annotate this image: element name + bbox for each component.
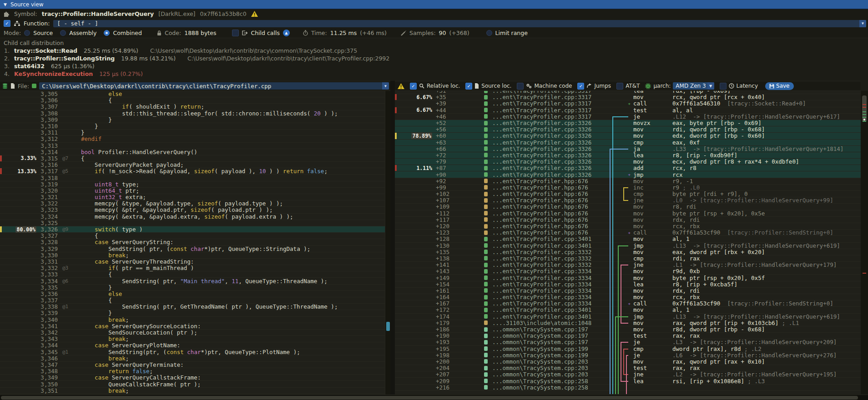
- file-select[interactable]: C:\Users\wolf\Desktop\darkrl\contrib\tra…: [39, 82, 389, 90]
- machine-code-label[interactable]: Machine code: [534, 83, 572, 89]
- child-call-row[interactable]: 2.tracy::Profiler::SendLongString19.88 m…: [0, 55, 868, 62]
- child-call-row[interactable]: 3.stat64i32625 µs (1.36%): [0, 62, 868, 70]
- asm-row[interactable]: +186...ommon\TracySystem.cpp:197movr8d, …: [395, 326, 861, 333]
- relative-loc-label[interactable]: Relative loc.: [427, 83, 460, 89]
- child-calls-label[interactable]: Child calls: [251, 30, 280, 36]
- asm-row[interactable]: +52...ent\TracyProfiler.cpp:3326movzxeax…: [395, 120, 861, 126]
- jumps-checkbox[interactable]: [577, 83, 584, 90]
- source-row[interactable]: 3,333 {: [0, 271, 385, 278]
- jumps-label[interactable]: Jumps: [594, 83, 611, 89]
- source-row[interactable]: 3,325: [0, 220, 385, 226]
- asm-row[interactable]: +161...ent\TracyProfiler.cpp:3334movrdx,…: [395, 288, 861, 294]
- asm-row[interactable]: +90...ent\TracyProfiler.cpp:3326+jmprcx: [395, 171, 861, 178]
- panel-divider[interactable]: [390, 81, 395, 395]
- source-row[interactable]: 3,336 else: [0, 291, 385, 297]
- source-row[interactable]: 3,332@3 if( ptr == m_mainThread ): [0, 265, 385, 271]
- asm-row[interactable]: +109...ent\TracyProfiler.hpp:676movr8, r…: [395, 204, 861, 210]
- source-row[interactable]: 3,344 case ServerQueryPlotName:: [0, 342, 385, 349]
- asm-row[interactable]: +154...ent\TracyProfiler.cpp:3334lear8, …: [395, 281, 861, 288]
- asm-row[interactable]: +120...ent\TracyProfiler.hpp:676movrcx, …: [395, 223, 861, 230]
- source-row[interactable]: 3,322 memcpy( &type, &payload.type, size…: [0, 200, 385, 207]
- asm-row[interactable]: +200...ommon\TracySystem.cpp:203movrax, …: [395, 359, 861, 365]
- source-row[interactable]: 13.33%3,317@5 if( !m_sock->Read( &payloa…: [0, 168, 385, 175]
- window-titlebar[interactable]: ▼ Source view: [0, 0, 868, 9]
- source-row[interactable]: 3,309 }: [0, 117, 385, 123]
- source-row[interactable]: 3,334@6 SendString( ptr, "Main thread", …: [0, 278, 385, 284]
- source-loc-checkbox[interactable]: [465, 83, 472, 90]
- source-vertical-scrollbar[interactable]: [385, 91, 390, 395]
- assembly-scrollbar-thumb[interactable]: [862, 95, 867, 122]
- machine-code-checkbox[interactable]: [517, 83, 524, 90]
- source-row[interactable]: 3,313: [0, 143, 385, 149]
- asm-row[interactable]: +112...ent\TracyProfiler.hpp:676movbyte …: [395, 210, 861, 217]
- source-scrollbar-thumb[interactable]: [386, 322, 390, 331]
- latency-label[interactable]: Latency: [737, 83, 758, 89]
- source-row[interactable]: 3,312#endif: [0, 136, 385, 142]
- function-checkbox[interactable]: [4, 20, 10, 27]
- source-row[interactable]: 3,340 break;: [0, 317, 385, 323]
- source-row[interactable]: 3,331 case ServerQueryThreadString:: [0, 259, 385, 265]
- source-row[interactable]: 3,320 uint64_t ptr;: [0, 188, 385, 194]
- asm-row[interactable]: 6.67%+44...ent\TracyProfiler.cpp:3317tes…: [395, 107, 861, 114]
- source-row[interactable]: 3,307 if( shouldExit ) return;: [0, 104, 385, 110]
- source-row[interactable]: 3,348 return false;: [0, 368, 385, 375]
- asm-row[interactable]: 6.67%+35...ent\TracyProfiler.cpp:3317mov…: [395, 94, 861, 100]
- att-checkbox[interactable]: [616, 83, 623, 90]
- source-row[interactable]: 3,318: [0, 175, 385, 181]
- source-row[interactable]: 3.33%3,315@7{: [0, 155, 385, 162]
- asm-row[interactable]: +102...ent\TracyProfiler.hpp:676cmpbyte …: [395, 191, 861, 197]
- asm-row[interactable]: +167...ent\TracyProfiler.cpp:3334+call0x…: [395, 300, 861, 307]
- latency-checkbox[interactable]: [720, 83, 727, 90]
- asm-row[interactable]: +138...ent\TracyProfiler.cpp:3332cmprdi,…: [395, 255, 861, 262]
- source-row[interactable]: 3,327 {: [0, 233, 385, 239]
- source-row[interactable]: 3,311}: [0, 130, 385, 136]
- source-row[interactable]: 3,339 }: [0, 310, 385, 316]
- mode-option-combined[interactable]: Combined: [113, 30, 142, 36]
- source-row[interactable]: 3,347 case ServerQueryTerminate:: [0, 362, 385, 368]
- collapse-child-calls-button[interactable]: ▲: [283, 30, 290, 36]
- source-row[interactable]: 3,350 QueueCallstackFrame( ptr );: [0, 381, 385, 387]
- assembly-vertical-scrollbar[interactable]: [861, 91, 868, 395]
- asm-row[interactable]: +216...ommon\TracySystem.cpp:258: [395, 385, 861, 391]
- asm-row[interactable]: +190...ommon\TracySystem.cpp:197testrax,…: [395, 333, 861, 339]
- source-row[interactable]: 3,338@1 SendString( ptr, GetThreadName( …: [0, 304, 385, 310]
- child-calls-checkbox[interactable]: [232, 30, 239, 36]
- asm-row[interactable]: +164...ent\TracyProfiler.cpp:3334movrcx,…: [395, 294, 861, 300]
- chevron-down-icon[interactable]: ▼: [382, 82, 389, 90]
- source-row[interactable]: 3,321 uint32_t extra;: [0, 194, 385, 200]
- save-button[interactable]: Save: [765, 82, 793, 90]
- limit-range-checkbox[interactable]: [486, 30, 492, 36]
- source-row[interactable]: 3,308 std::this_thread::sleep_for( std::…: [0, 110, 385, 117]
- asm-row[interactable]: +128...ent\TracyProfiler.cpp:3401moval, …: [395, 236, 861, 242]
- source-row[interactable]: 3,305 else: [0, 91, 385, 97]
- assembly-panel[interactable]: +31...ent\TracyProfiler.cpp:3317leardx, …: [395, 91, 861, 394]
- source-row[interactable]: 80.00%3,326@9 switch( type ): [0, 226, 385, 233]
- asm-row[interactable]: +79...ent\TracyProfiler.cpp:3326movecx, …: [395, 159, 861, 165]
- child-call-row[interactable]: 4.KeSynchronizeExecution125 µs (0.27%): [0, 70, 868, 78]
- source-row[interactable]: 3,335 }: [0, 285, 385, 291]
- mode-radio-combined[interactable]: [104, 30, 110, 36]
- asm-row[interactable]: +92...ent\TracyProfiler.hpp:676movr9, -1: [395, 178, 861, 185]
- source-row[interactable]: 3,349 case ServerQueryCallstackFrame:: [0, 375, 385, 381]
- source-row[interactable]: 3,310 }: [0, 123, 385, 130]
- source-row[interactable]: 3,319 uint8_t type;: [0, 181, 385, 188]
- asm-row[interactable]: 1.11%+87...ent\TracyProfiler.cpp:3326add…: [395, 165, 861, 171]
- uarch-select[interactable]: AMD Zen 3 ▼: [673, 82, 714, 90]
- chevron-down-icon[interactable]: ▼: [859, 20, 866, 27]
- source-row[interactable]: 3,314bool Profiler::HandleServerQuery(): [0, 149, 385, 155]
- asm-row[interactable]: +56...ent\TracyProfiler.cpp:3326movrdi, …: [395, 126, 861, 133]
- source-row[interactable]: 3,306 {: [0, 97, 385, 104]
- source-code-panel[interactable]: 3,305 else3,306 {3,307 if( shouldExit ) …: [0, 91, 385, 394]
- asm-row[interactable]: +63...ent\TracyProfiler.cpp:3326cmpeax, …: [395, 140, 861, 146]
- mode-radio-source[interactable]: [24, 30, 30, 36]
- asm-row[interactable]: +123...ent\TracyProfiler.hpp:676+call0x7…: [395, 230, 861, 236]
- source-row[interactable]: 3,324 memcpy( &extra, &payload.extra, si…: [0, 214, 385, 220]
- source-row[interactable]: 3,342 SendSourceLocation( ptr );: [0, 330, 385, 336]
- att-label[interactable]: AT&T: [626, 83, 640, 89]
- limit-range-label[interactable]: Limit range: [495, 30, 528, 36]
- mode-option-assembly[interactable]: Assembly: [69, 30, 96, 36]
- asm-row[interactable]: +72...ent\TracyProfiler.cpp:3326lear8, […: [395, 152, 861, 159]
- asm-row[interactable]: +172...ent\TracyProfiler.cpp:3401moval, …: [395, 307, 861, 313]
- source-row[interactable]: 3,330 break;: [0, 252, 385, 259]
- function-select[interactable]: [ - self - ] ▼: [53, 20, 866, 27]
